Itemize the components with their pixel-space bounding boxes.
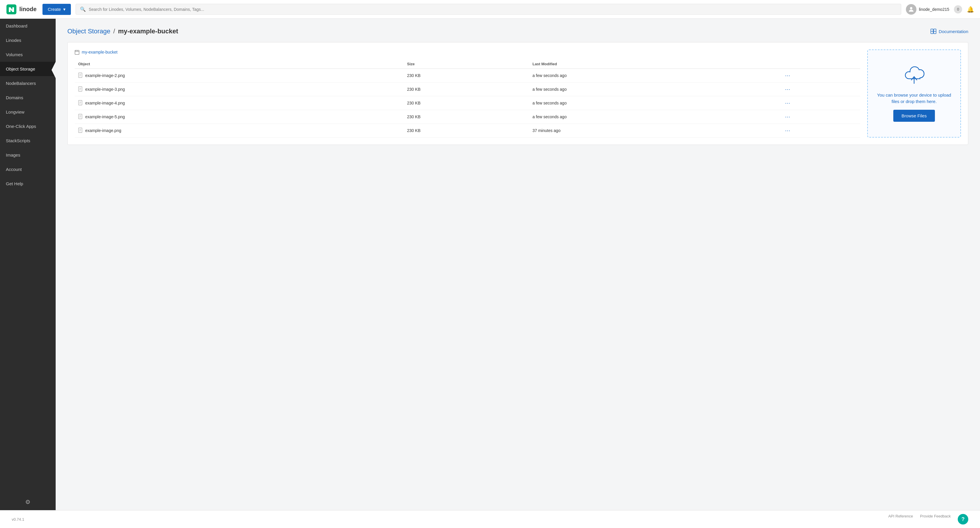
create-label: Create xyxy=(48,7,61,12)
browse-files-button[interactable]: Browse Files xyxy=(893,110,935,122)
api-reference-link[interactable]: API Reference xyxy=(888,514,913,525)
sidebar-item-label: StackScripts xyxy=(6,138,30,143)
bell-icon[interactable]: 🔔 xyxy=(967,6,974,13)
col-actions xyxy=(781,59,860,69)
file-modified: a few seconds ago xyxy=(529,96,781,110)
top-header: linode Create ▾ 🔍 linode_demo215 0 🔔 xyxy=(0,0,980,19)
main-content: Object Storage / my-example-bucket Docum… xyxy=(56,19,980,510)
sidebar-item-dashboard[interactable]: Dashboard xyxy=(0,19,56,33)
sidebar-item-label: One-Click Apps xyxy=(6,124,36,129)
file-actions[interactable]: ⋯ xyxy=(781,124,860,138)
breadcrumb: Object Storage / my-example-bucket xyxy=(67,27,178,35)
file-name: example-image-3.png xyxy=(85,87,125,92)
provide-feedback-link[interactable]: Provide Feedback xyxy=(920,514,951,525)
file-modified: a few seconds ago xyxy=(529,69,781,82)
search-bar: 🔍 xyxy=(76,4,902,14)
linode-logo-icon xyxy=(6,4,17,15)
sidebar-item-longview[interactable]: Longview xyxy=(0,105,56,119)
table-row: example-image.png 230 KB 37 minutes ago … xyxy=(75,124,860,138)
sidebar-item-nodebalancers[interactable]: NodeBalancers xyxy=(0,76,56,90)
more-options-icon[interactable]: ⋯ xyxy=(785,100,791,106)
file-icon xyxy=(78,73,82,79)
bucket-breadcrumb: my-example-bucket xyxy=(75,49,860,55)
sidebar-item-one-click-apps[interactable]: One-Click Apps xyxy=(0,119,56,133)
sidebar-item-domains[interactable]: Domains xyxy=(0,90,56,105)
svg-rect-7 xyxy=(75,50,79,54)
search-icon: 🔍 xyxy=(80,6,86,12)
file-name-cell: example-image-5.png xyxy=(75,110,404,124)
notification-count: 0 xyxy=(957,7,959,11)
footer: v0.74.1 API Reference Provide Feedback ? xyxy=(0,510,980,528)
col-last-modified: Last Modified xyxy=(529,59,781,69)
search-input[interactable] xyxy=(89,7,897,12)
file-table-area: my-example-bucket Object Size Last Modif… xyxy=(75,49,860,138)
user-area[interactable]: linode_demo215 xyxy=(906,4,949,14)
sidebar-item-images[interactable]: Images xyxy=(0,148,56,162)
file-name-cell: example-image-4.png xyxy=(75,96,404,110)
breadcrumb-current: my-example-bucket xyxy=(118,27,178,35)
file-actions[interactable]: ⋯ xyxy=(781,110,860,124)
upload-prompt-text: You can browse your device to upload fil… xyxy=(875,92,953,105)
more-options-icon[interactable]: ⋯ xyxy=(785,73,791,78)
file-name-cell: example-image-3.png xyxy=(75,82,404,96)
sidebar-item-label: Linodes xyxy=(6,38,21,43)
file-name-cell: example-image-2.png xyxy=(75,69,404,82)
file-name-cell: example-image.png xyxy=(75,124,404,138)
book-icon xyxy=(931,29,936,34)
more-options-icon[interactable]: ⋯ xyxy=(785,128,791,133)
file-actions[interactable]: ⋯ xyxy=(781,96,860,110)
file-name: example-image.png xyxy=(85,128,121,133)
more-options-icon[interactable]: ⋯ xyxy=(785,114,791,120)
sidebar-item-get-help[interactable]: Get Help xyxy=(0,176,56,191)
folder-icon xyxy=(75,49,80,55)
file-name: example-image-4.png xyxy=(85,101,125,105)
help-bubble[interactable]: ? xyxy=(958,514,968,525)
upload-drop-zone[interactable]: You can browse your device to upload fil… xyxy=(867,49,961,138)
documentation-label: Documentation xyxy=(939,29,968,34)
file-icon xyxy=(78,86,82,92)
table-row: example-image-5.png 230 KB a few seconds… xyxy=(75,110,860,124)
table-row: example-image-4.png 230 KB a few seconds… xyxy=(75,96,860,110)
upload-cloud-icon xyxy=(902,65,926,87)
create-button[interactable]: Create ▾ xyxy=(43,4,71,15)
logo-area[interactable]: linode xyxy=(6,4,37,15)
file-actions[interactable]: ⋯ xyxy=(781,82,860,96)
sidebar-item-label: Object Storage xyxy=(6,67,35,71)
settings-gear-icon[interactable]: ⚙ xyxy=(0,494,56,510)
sidebar-item-linodes[interactable]: Linodes xyxy=(0,33,56,48)
footer-links: API Reference Provide Feedback ? xyxy=(888,514,968,525)
notification-badge[interactable]: 0 xyxy=(954,5,962,13)
file-modified: a few seconds ago xyxy=(529,82,781,96)
file-actions[interactable]: ⋯ xyxy=(781,69,860,82)
file-icon xyxy=(78,100,82,106)
sidebar-item-object-storage[interactable]: Object Storage xyxy=(0,62,56,76)
sidebar-item-label: Account xyxy=(6,167,22,172)
breadcrumb-parent-link[interactable]: Object Storage xyxy=(67,27,110,35)
content-area: my-example-bucket Object Size Last Modif… xyxy=(67,42,968,145)
documentation-link[interactable]: Documentation xyxy=(931,29,968,34)
logo-text: linode xyxy=(19,6,37,13)
file-size: 230 KB xyxy=(404,69,529,82)
file-modified: a few seconds ago xyxy=(529,110,781,124)
breadcrumb-separator: / xyxy=(113,27,115,35)
sidebar-item-stackscripts[interactable]: StackScripts xyxy=(0,133,56,148)
file-size: 230 KB xyxy=(404,96,529,110)
file-size: 230 KB xyxy=(404,82,529,96)
sidebar-item-account[interactable]: Account xyxy=(0,162,56,176)
sidebar-item-label: Get Help xyxy=(6,181,23,186)
header-right: linode_demo215 0 🔔 xyxy=(906,4,974,14)
bucket-link[interactable]: my-example-bucket xyxy=(82,50,118,54)
file-icon xyxy=(78,114,82,120)
file-modified: 37 minutes ago xyxy=(529,124,781,138)
sidebar-item-label: Dashboard xyxy=(6,24,27,29)
version-label: v0.74.1 xyxy=(12,517,24,522)
file-name: example-image-5.png xyxy=(85,114,125,119)
file-size: 230 KB xyxy=(404,124,529,138)
sidebar-item-volumes[interactable]: Volumes xyxy=(0,48,56,62)
objects-table: Object Size Last Modified xyxy=(75,59,860,138)
username-label: linode_demo215 xyxy=(919,7,949,12)
sidebar-item-label: NodeBalancers xyxy=(6,81,36,86)
more-options-icon[interactable]: ⋯ xyxy=(785,86,791,92)
file-icon xyxy=(78,128,82,134)
svg-point-2 xyxy=(910,7,912,10)
